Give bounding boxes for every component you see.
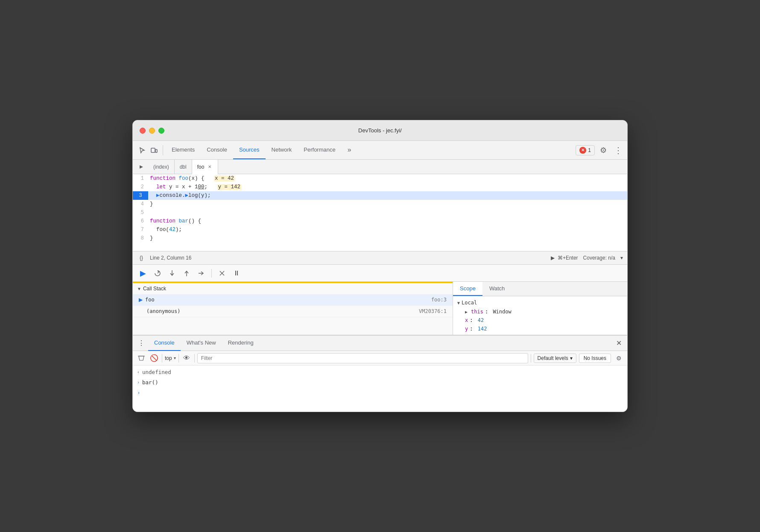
- step-out-button[interactable]: [181, 267, 193, 279]
- prompt-arrow-icon: ›: [137, 389, 140, 397]
- call-stack-triangle: ▼: [137, 286, 141, 291]
- tab-sources[interactable]: Sources: [233, 141, 266, 159]
- call-stack-item-anonymous[interactable]: (anonymous) VM20376:1: [133, 306, 453, 317]
- line-content-1: function foo(x) { x = 42: [148, 174, 627, 183]
- default-levels-button[interactable]: Default levels ▾: [534, 354, 576, 363]
- call-stack-item-foo[interactable]: ▶ foo foo:3: [133, 294, 453, 306]
- file-tab-foo[interactable]: foo ✕: [192, 160, 219, 174]
- tab-scope[interactable]: Scope: [453, 282, 482, 296]
- line-number-7: 7: [133, 225, 148, 234]
- console-toolbar: 🚫 top ▾ 👁 Default levels ▾ No Issues ⚙: [133, 351, 627, 365]
- resume-button[interactable]: ▶: [137, 267, 149, 279]
- select-element-button[interactable]: [136, 144, 148, 156]
- file-tab-dbl[interactable]: dbl: [175, 160, 192, 174]
- line-number-1: 1: [133, 174, 148, 183]
- more-options-button[interactable]: ⋮: [612, 144, 624, 156]
- step-button[interactable]: [195, 267, 207, 279]
- console-prompt[interactable]: ›: [133, 388, 627, 398]
- filter-input[interactable]: [197, 353, 528, 363]
- console-output: ‹ undefined › bar() ›: [133, 365, 627, 412]
- line-content-4: }: [148, 200, 627, 208]
- console-block-button[interactable]: 🚫: [149, 353, 159, 363]
- no-issues-button[interactable]: No Issues: [579, 354, 611, 363]
- line-content-6: function bar() {: [148, 217, 627, 225]
- scope-item-y: y : 142: [453, 324, 627, 333]
- tab-console[interactable]: Console: [201, 141, 233, 159]
- coverage-dropdown[interactable]: ▾: [620, 255, 623, 261]
- console-tab-whatsnew[interactable]: What's New: [181, 336, 222, 351]
- call-stack-label: Call Stack: [143, 286, 166, 292]
- output-chevron-icon: ‹: [137, 368, 140, 377]
- scope-key-y: y: [465, 326, 468, 332]
- window-title: DevTools - jec.fyi/: [358, 127, 402, 134]
- toolbar-right: ✕ 1 ⚙ ⋮: [576, 144, 624, 156]
- top-label: top: [165, 355, 172, 361]
- devtools-window: DevTools - jec.fyi/ Elements: [132, 120, 628, 412]
- settings-button[interactable]: ⚙: [597, 144, 609, 156]
- file-tab-close-button[interactable]: ✕: [207, 164, 213, 170]
- call-stack-loc-anonymous: VM20376:1: [419, 308, 447, 314]
- code-line-6: 6 function bar() {: [133, 217, 627, 225]
- maximize-button[interactable]: [158, 128, 164, 134]
- line-number-4: 4: [133, 200, 148, 208]
- scope-expand-this[interactable]: ▶: [465, 310, 468, 314]
- console-eye-button[interactable]: 👁: [181, 353, 192, 363]
- call-stack-loc-foo: foo:3: [431, 297, 447, 303]
- code-line-3: 3 ▶console.▶log(y);: [133, 191, 627, 200]
- console-settings-button[interactable]: ⚙: [614, 353, 624, 363]
- pretty-print-button[interactable]: {}: [137, 254, 146, 262]
- console-separator-4: [531, 354, 531, 362]
- run-command[interactable]: ▶ ⌘+Enter: [551, 255, 578, 261]
- console-output-text-undefined: undefined: [142, 368, 171, 377]
- line-number-2: 2: [133, 183, 148, 191]
- line-content-3: ▶console.▶log(y);: [148, 191, 627, 200]
- console-tab-rendering[interactable]: Rendering: [222, 336, 260, 351]
- tab-network[interactable]: Network: [266, 141, 298, 159]
- line-content-7: foo(42);: [148, 225, 627, 234]
- scope-local-triangle: ▼: [457, 301, 460, 305]
- step-over-button[interactable]: [152, 267, 164, 279]
- error-icon: ✕: [579, 147, 586, 154]
- title-bar: DevTools - jec.fyi/: [133, 120, 627, 141]
- coverage-label: Coverage: n/a: [583, 255, 615, 261]
- console-close-button[interactable]: ✕: [614, 338, 624, 348]
- file-tab-index[interactable]: (index): [148, 160, 175, 174]
- line-content-8: }: [148, 234, 627, 243]
- file-tabs-bar: (index) dbl foo ✕: [133, 160, 627, 174]
- minimize-button[interactable]: [149, 128, 155, 134]
- file-panel-toggle[interactable]: [136, 162, 146, 172]
- call-stack-header[interactable]: ▼ Call Stack: [133, 283, 453, 294]
- scope-local-header[interactable]: ▼ Local: [453, 298, 627, 307]
- code-line-8: 8 }: [133, 234, 627, 243]
- scope-item-this[interactable]: ▶ this : Window: [453, 307, 627, 316]
- console-clear-button[interactable]: [136, 353, 146, 363]
- console-output-bar[interactable]: › bar(): [133, 377, 627, 388]
- console-tab-console[interactable]: Console: [148, 336, 181, 351]
- main-panel: ▼ Call Stack ▶ foo foo:3 (anonymous) VM2…: [133, 282, 627, 335]
- tab-more[interactable]: »: [342, 141, 357, 159]
- step-into-button[interactable]: [166, 267, 178, 279]
- levels-dropdown-icon: ▾: [570, 355, 573, 361]
- scope-colon-x: :: [470, 317, 476, 323]
- tab-performance[interactable]: Performance: [298, 141, 341, 159]
- close-button[interactable]: [140, 128, 146, 134]
- line-number-8: 8: [133, 234, 148, 243]
- top-toolbar: Elements Console Sources Network Perform…: [133, 141, 627, 160]
- svg-rect-0: [151, 148, 155, 152]
- code-line-4: 4 }: [133, 200, 627, 208]
- console-menu-button[interactable]: ⋮: [136, 338, 146, 348]
- top-selector[interactable]: top ▾: [165, 355, 176, 361]
- debug-separator: [211, 269, 212, 278]
- error-badge[interactable]: ✕ 1: [576, 145, 595, 155]
- deactivate-breakpoints-button[interactable]: [216, 267, 228, 279]
- device-toggle-button[interactable]: [148, 144, 160, 156]
- input-chevron-icon: ›: [137, 378, 140, 387]
- tab-elements[interactable]: Elements: [166, 141, 201, 159]
- code-editor[interactable]: 1 function foo(x) { x = 42 2 let y = x +…: [133, 174, 627, 251]
- scope-key-this: this: [471, 309, 483, 315]
- tab-watch[interactable]: Watch: [482, 282, 512, 296]
- console-tabs-bar: ⋮ Console What's New Rendering ✕: [133, 336, 627, 351]
- pause-on-exceptions-button[interactable]: ⏸: [231, 267, 243, 279]
- call-stack-arrow-icon: ▶: [139, 297, 143, 303]
- scope-colon-y: :: [470, 326, 476, 332]
